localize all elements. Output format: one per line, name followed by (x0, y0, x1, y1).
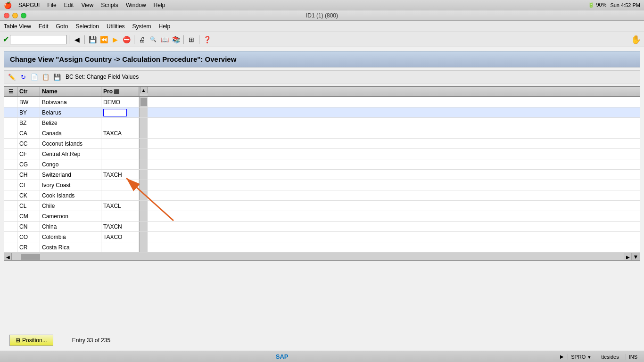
bc-label: BC Set: Change Field Values (66, 74, 139, 80)
sap-menu-selection[interactable]: Selection (76, 23, 99, 30)
vscroll-filler (139, 139, 148, 148)
table-row[interactable]: CL Chile TAXCL (4, 201, 640, 211)
spro-dropdown-icon[interactable]: ▼ (587, 355, 591, 360)
table-row[interactable]: BW Botswana DEMO (4, 97, 640, 107)
td-name-CM: Cameroon (40, 211, 101, 221)
find-btn[interactable]: 🔍 (148, 34, 158, 45)
pro-sort-icon[interactable]: ⬛ (114, 89, 119, 94)
td-name-CO: Colombia (40, 232, 101, 242)
td-check-CG[interactable] (4, 159, 17, 169)
status-center: SAP (4, 353, 560, 360)
sap-menu-tableview[interactable]: Table View (4, 23, 31, 30)
doc2-icon[interactable]: 📋 (41, 72, 50, 82)
scroll-down-arrow[interactable]: ▼ (631, 253, 640, 260)
table-row[interactable]: CM Cameroon (4, 211, 640, 222)
spro-label[interactable]: SPRO ▼ (568, 354, 594, 360)
table-row[interactable]: CR Costa Rica (4, 242, 640, 253)
scroll-thumb[interactable] (21, 254, 40, 260)
select-all-icon[interactable]: ☰ (8, 89, 13, 95)
scroll-right-arrow[interactable]: ▶ (624, 253, 631, 261)
td-name-BZ: Belize (40, 118, 101, 128)
td-check-BY[interactable] (4, 107, 17, 117)
sap-menu-edit[interactable]: Edit (39, 23, 49, 30)
sap-menu-help[interactable]: Help (159, 23, 171, 30)
sap-menu-system[interactable]: System (132, 23, 151, 30)
sap-menu-goto[interactable]: Goto (56, 23, 68, 30)
td-check-BZ[interactable] (4, 118, 17, 128)
table-row[interactable]: CO Colombia TAXCO (4, 232, 640, 242)
td-pro-CC (101, 139, 139, 148)
td-check-CF[interactable] (4, 149, 17, 159)
mac-menu-sapgui[interactable]: SAPGUI (18, 2, 40, 8)
save-btn[interactable]: 💾 (87, 34, 98, 45)
check-icon[interactable]: ✔ (3, 35, 9, 44)
scroll-thumb-v[interactable] (140, 98, 147, 106)
table-row[interactable]: CK Cook Islands (4, 190, 640, 201)
td-pro-BY[interactable] (101, 107, 139, 117)
table-row[interactable]: CC Coconut Islands (4, 139, 640, 149)
help-btn[interactable]: ❓ (202, 34, 212, 45)
td-ctr-CK: CK (17, 190, 40, 200)
command-input[interactable] (10, 35, 66, 44)
stop-btn[interactable]: ⛔ (121, 34, 132, 45)
td-check-CI[interactable] (4, 180, 17, 190)
cycle-icon[interactable]: ↻ (18, 72, 28, 82)
close-button[interactable] (4, 13, 9, 18)
scroll-left-arrow[interactable]: ◀ (4, 253, 12, 261)
table-row[interactable]: CN China TAXCN (4, 222, 640, 232)
print-btn[interactable]: 🖨 (137, 34, 147, 45)
table-row[interactable]: CI Ivory Coast (4, 180, 640, 190)
mac-menubar: 🍎 SAPGUI File Edit View Scripts Window H… (0, 0, 644, 10)
hand-icon[interactable]: ✋ (631, 34, 641, 45)
td-check-CK[interactable] (4, 190, 17, 200)
td-check-CN[interactable] (4, 222, 17, 231)
sap-menubar: Table View Edit Goto Selection Utilities… (0, 21, 644, 32)
td-ctr-CA: CA (17, 128, 40, 138)
content-area: Change View "Assign Country -> Calculati… (0, 47, 644, 351)
back-btn[interactable]: ⏪ (99, 34, 109, 45)
td-check-CL[interactable] (4, 201, 17, 211)
view-title: Change View "Assign Country -> Calculati… (4, 51, 640, 67)
window-title: ID1 (1) (800) (306, 12, 338, 19)
table-row[interactable]: CA Canada TAXCA (4, 128, 640, 139)
maximize-button[interactable] (21, 13, 26, 18)
td-name-CG: Congo (40, 159, 101, 169)
bookmark2-btn[interactable]: 📚 (171, 34, 181, 45)
td-name-BY: Belarus (40, 107, 101, 117)
forward-btn[interactable]: ▶ (110, 34, 120, 45)
table-row[interactable]: CF Central Afr.Rep (4, 149, 640, 159)
mac-menu-view[interactable]: View (81, 2, 93, 8)
sap-menu-utilities[interactable]: Utilities (107, 23, 125, 30)
td-check-BW[interactable] (4, 97, 17, 107)
table-row[interactable]: CH Switzerland TAXCH (4, 170, 640, 180)
td-name-CN: China (40, 222, 101, 231)
mac-menu-help[interactable]: Help (154, 2, 165, 8)
position-button[interactable]: ⊞ Position... (9, 335, 53, 346)
mac-menu-window[interactable]: Window (126, 2, 146, 8)
save2-icon[interactable]: 💾 (52, 72, 62, 82)
apple-icon[interactable]: 🍎 (4, 1, 12, 9)
toolbar: ✔ ◀ 💾 ⏪ ▶ ⛔ 🖨 🔍 📖 📚 ⊞ ❓ ✋ (0, 32, 644, 47)
mac-menu-scripts[interactable]: Scripts (101, 2, 118, 8)
scroll-up-arrow[interactable]: ▲ (140, 87, 148, 93)
minimize-button[interactable] (12, 13, 18, 18)
nav-left-btn[interactable]: ◀ (72, 34, 82, 45)
layout-btn[interactable]: ⊞ (186, 34, 197, 45)
pro-input[interactable] (103, 109, 127, 116)
td-check-CM[interactable] (4, 211, 17, 221)
td-check-CC[interactable] (4, 139, 17, 148)
mac-menu-file[interactable]: File (47, 2, 56, 8)
td-check-CO[interactable] (4, 232, 17, 242)
content-toolbar: ✏️ ↻ 📄 📋 💾 BC Set: Change Field Values (4, 70, 640, 83)
table-row[interactable]: BZ Belize (4, 118, 640, 128)
mac-menu-edit[interactable]: Edit (64, 2, 74, 8)
doc-icon[interactable]: 📄 (30, 72, 39, 82)
td-check-CA[interactable] (4, 128, 17, 138)
table-row[interactable]: CG Congo (4, 159, 640, 170)
td-check-CH[interactable] (4, 170, 17, 180)
table-row[interactable]: BY Belarus (4, 107, 640, 118)
title-bar: ID1 (1) (800) (0, 10, 644, 21)
pencil-icon[interactable]: ✏️ (7, 72, 17, 82)
td-check-CR[interactable] (4, 242, 17, 252)
bookmark-btn[interactable]: 📖 (159, 34, 170, 45)
